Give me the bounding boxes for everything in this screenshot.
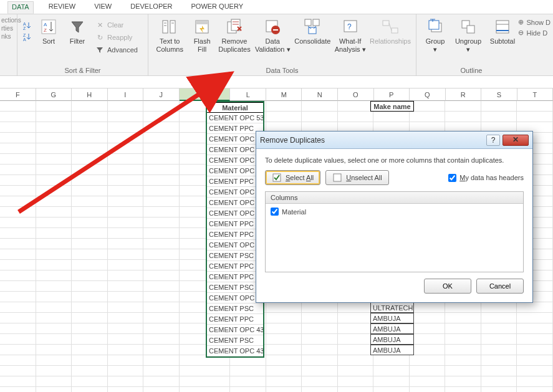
cell[interactable] <box>445 345 481 355</box>
material-cell[interactable]: CEMENT PPC <box>207 123 263 134</box>
tab-data[interactable]: DATA <box>7 1 34 14</box>
cell[interactable] <box>266 376 302 387</box>
cell[interactable] <box>373 387 410 392</box>
cell[interactable] <box>338 387 374 392</box>
cell[interactable] <box>517 345 553 355</box>
cell[interactable] <box>481 112 517 122</box>
cell[interactable] <box>266 345 302 355</box>
cell[interactable] <box>410 355 446 366</box>
cell[interactable] <box>445 376 481 387</box>
cell[interactable] <box>230 387 266 392</box>
cell[interactable] <box>72 366 108 376</box>
cell[interactable] <box>108 270 144 281</box>
cell[interactable] <box>410 345 446 355</box>
cell[interactable] <box>108 345 144 355</box>
cell[interactable] <box>481 323 517 334</box>
column-header-M[interactable]: M <box>266 88 302 101</box>
cell[interactable] <box>36 260 72 270</box>
cell[interactable] <box>108 260 144 270</box>
cell[interactable] <box>36 154 72 165</box>
column-header-I[interactable]: I <box>108 88 144 101</box>
cell[interactable] <box>0 207 36 218</box>
cell[interactable] <box>338 345 374 355</box>
cell[interactable] <box>410 112 446 122</box>
cell[interactable] <box>72 112 108 122</box>
cell[interactable] <box>36 165 72 175</box>
cell[interactable] <box>72 133 108 143</box>
cell[interactable] <box>143 260 180 270</box>
cell[interactable] <box>108 186 144 196</box>
cell[interactable] <box>36 387 72 392</box>
cell[interactable] <box>266 366 302 376</box>
cell[interactable] <box>302 313 338 323</box>
cell[interactable] <box>481 387 517 392</box>
cell[interactable] <box>0 154 36 165</box>
cell[interactable] <box>143 122 180 133</box>
data-validation-button[interactable]: Data Validation ▾ <box>254 17 291 53</box>
cell[interactable] <box>481 302 517 313</box>
cell[interactable] <box>373 366 410 376</box>
cell[interactable] <box>517 101 553 112</box>
cancel-button[interactable]: Cancel <box>476 279 524 294</box>
unselect-all-button[interactable]: Unselect All <box>325 170 388 185</box>
column-header-R[interactable]: R <box>446 88 482 101</box>
cell[interactable] <box>266 101 302 112</box>
cell[interactable] <box>108 133 144 143</box>
cell[interactable] <box>373 355 410 366</box>
cell[interactable] <box>108 165 144 175</box>
cell[interactable] <box>445 387 481 392</box>
cell[interactable] <box>517 376 553 387</box>
remove-duplicates-button[interactable]: Remove Duplicates <box>218 17 251 53</box>
cell[interactable] <box>445 112 481 122</box>
cell[interactable] <box>36 302 72 313</box>
column-header-G[interactable]: G <box>36 88 72 101</box>
cell[interactable] <box>266 323 302 334</box>
cell[interactable] <box>36 186 72 196</box>
cell[interactable] <box>108 112 144 122</box>
cell[interactable] <box>108 207 144 218</box>
cell[interactable] <box>302 101 338 112</box>
cell[interactable] <box>108 376 144 387</box>
tab-power-query[interactable]: POWER QUERY <box>188 1 248 14</box>
cell[interactable] <box>72 122 108 133</box>
cell[interactable] <box>0 218 36 228</box>
cell[interactable] <box>143 239 180 249</box>
cell[interactable] <box>445 355 481 366</box>
cell[interactable] <box>72 218 108 228</box>
sort-asc-icon[interactable]: AZ <box>22 21 32 31</box>
cell[interactable] <box>266 355 302 366</box>
cell[interactable] <box>445 366 481 376</box>
cell[interactable] <box>36 313 72 323</box>
cell[interactable] <box>36 345 72 355</box>
select-all-button[interactable]: Select All <box>265 170 320 185</box>
consolidate-button[interactable]: Consolidate <box>294 17 330 45</box>
cell[interactable] <box>266 334 302 345</box>
column-header-K[interactable]: K <box>180 88 231 101</box>
material-cell[interactable]: CEMENT PSC <box>207 335 263 346</box>
material-cell[interactable]: CEMENT OPC 53 <box>207 134 263 145</box>
cell[interactable] <box>0 345 36 355</box>
cell[interactable] <box>0 249 36 260</box>
cell[interactable] <box>180 366 231 376</box>
cell[interactable] <box>108 302 144 313</box>
cell[interactable] <box>143 249 180 260</box>
cell[interactable] <box>108 122 144 133</box>
material-cell[interactable]: CEMENT OPC 43 <box>207 198 263 208</box>
material-cell[interactable]: CEMENT PPC <box>207 176 263 187</box>
cell[interactable] <box>338 355 374 366</box>
sort-desc-icon[interactable]: ZA <box>22 32 32 42</box>
tab-view[interactable]: VIEW <box>90 1 115 14</box>
cell[interactable] <box>143 334 180 345</box>
cell[interactable] <box>72 292 108 302</box>
cell[interactable] <box>517 313 553 323</box>
cell[interactable] <box>108 387 144 392</box>
cell[interactable] <box>266 387 302 392</box>
cell[interactable] <box>338 101 374 112</box>
material-cell[interactable]: CEMENT OPC 43 <box>207 155 263 166</box>
cell[interactable] <box>36 281 72 292</box>
cell[interactable] <box>143 175 180 186</box>
cell[interactable] <box>108 334 144 345</box>
cell[interactable] <box>108 292 144 302</box>
cell[interactable] <box>338 366 374 376</box>
cell[interactable] <box>338 302 374 313</box>
